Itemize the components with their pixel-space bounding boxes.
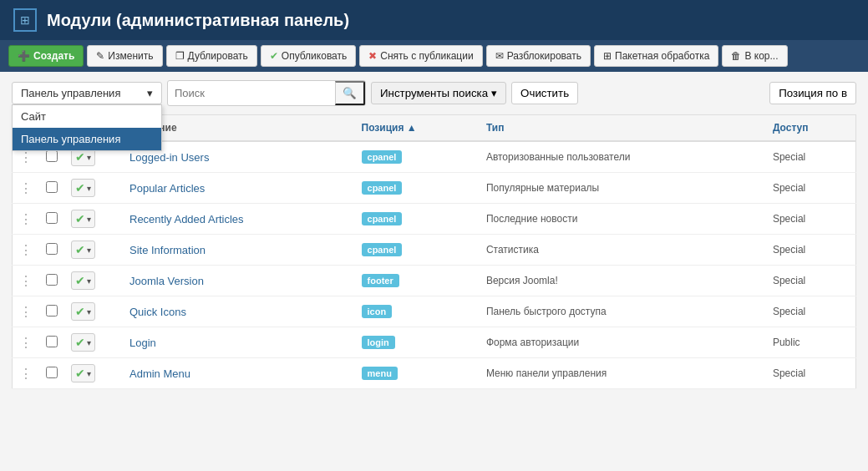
row-checkbox-cell	[39, 327, 64, 358]
status-dropdown-arrow[interactable]: ▾	[87, 215, 91, 224]
row-checkbox[interactable]	[46, 274, 58, 286]
published-icon: ✔	[75, 212, 85, 225]
drag-icon: ⋮	[19, 274, 33, 288]
status-dropdown-arrow[interactable]: ▾	[87, 338, 91, 347]
dropdown-option-cpanel[interactable]: Панель управления	[13, 128, 161, 150]
row-checkbox[interactable]	[46, 243, 58, 255]
drag-handle[interactable]: ⋮	[13, 266, 40, 296]
access-cell: Special	[766, 141, 856, 173]
module-title-link[interactable]: Site Information	[129, 244, 206, 256]
col-access[interactable]: Доступ	[766, 115, 856, 142]
status-button[interactable]: ✔ ▾	[71, 179, 95, 197]
access-cell: Special	[766, 235, 856, 266]
position-cell: cpanel	[355, 204, 480, 235]
page-title: Модули (административная панель)	[47, 11, 349, 30]
status-button[interactable]: ✔ ▾	[71, 210, 95, 228]
unblock-button[interactable]: ✉ Разблокировать	[486, 45, 591, 67]
module-title-link[interactable]: Joomla Version	[129, 275, 204, 287]
dropdown-menu: Сайт Панель управления	[12, 104, 162, 151]
status-button[interactable]: ✔ ▾	[71, 333, 95, 352]
position-badge: icon	[362, 305, 393, 318]
position-badge: cpanel	[362, 212, 403, 225]
status-dropdown-arrow[interactable]: ▾	[87, 184, 91, 193]
search-wrap: 🔍	[167, 80, 366, 106]
status-button[interactable]: ✔ ▾	[71, 241, 95, 259]
drag-icon: ⋮	[19, 150, 33, 165]
status-dropdown-arrow[interactable]: ▾	[87, 369, 91, 378]
access-cell: Special	[766, 173, 856, 204]
position-cell: footer	[355, 266, 480, 296]
create-button[interactable]: ➕ Создать	[8, 45, 84, 67]
row-checkbox[interactable]	[46, 336, 58, 347]
col-type[interactable]: Тип	[480, 115, 766, 142]
search-input[interactable]	[168, 83, 335, 104]
trash-button[interactable]: 🗑 В кор...	[722, 45, 787, 67]
position-cell: cpanel	[355, 141, 480, 173]
row-checkbox[interactable]	[46, 212, 58, 224]
module-title-link[interactable]: Logged-in Users	[129, 151, 209, 164]
search-button[interactable]: 🔍	[335, 81, 365, 105]
type-cell: Форма авторизации	[480, 327, 766, 358]
drag-handle[interactable]: ⋮	[13, 204, 40, 235]
title-cell: Site Information	[123, 235, 355, 266]
row-checkbox[interactable]	[46, 367, 58, 378]
position-cell: login	[355, 327, 480, 358]
status-dropdown-arrow[interactable]: ▾	[87, 276, 91, 286]
col-position[interactable]: Позиция ▲	[355, 115, 480, 142]
drag-icon: ⋮	[19, 212, 33, 226]
drag-handle[interactable]: ⋮	[13, 235, 40, 266]
status-button[interactable]: ✔ ▾	[71, 271, 95, 290]
type-cell: Авторизованные пользователи	[480, 141, 766, 173]
drag-handle[interactable]: ⋮	[13, 173, 40, 204]
status-dropdown-arrow[interactable]: ▾	[87, 153, 91, 162]
access-cell: Special	[766, 296, 856, 327]
title-cell: Quick Icons	[123, 296, 355, 327]
drag-handle[interactable]: ⋮	[13, 327, 40, 358]
filter-bar: Панель управления ▾ Сайт Панель управлен…	[12, 80, 856, 106]
duplicate-icon: ❐	[175, 50, 185, 62]
type-cell: Панель быстрого доступа	[480, 296, 766, 327]
position-cell: cpanel	[355, 235, 480, 266]
content-area: Панель управления ▾ Сайт Панель управлен…	[0, 72, 868, 398]
duplicate-button[interactable]: ❐ Дублировать	[166, 45, 257, 67]
row-checkbox[interactable]	[46, 150, 58, 162]
status-dropdown-arrow[interactable]: ▾	[87, 246, 91, 255]
type-cell: Статистика	[480, 235, 766, 266]
row-checkbox[interactable]	[46, 305, 58, 317]
position-dropdown[interactable]: Панель управления ▾ Сайт Панель управлен…	[12, 82, 162, 104]
status-button[interactable]: ✔ ▾	[71, 302, 95, 321]
publish-button[interactable]: ✔ Опубликовать	[261, 45, 356, 67]
table-row: ⋮ ✔ ▾ Recently Added Articles cpanel Пос…	[13, 204, 856, 235]
module-title-link[interactable]: Login	[129, 337, 156, 349]
module-icon: ⊞	[13, 8, 37, 32]
check-icon: ✔	[270, 50, 278, 62]
row-checkbox-cell	[39, 173, 64, 204]
position-view-button[interactable]: Позиция по в	[769, 82, 856, 104]
search-tools-button[interactable]: Инструменты поиска ▾	[371, 82, 506, 104]
dropdown-option-site[interactable]: Сайт	[13, 105, 161, 128]
edit-button[interactable]: ✎ Изменить	[87, 45, 162, 67]
row-checkbox[interactable]	[46, 181, 58, 193]
clear-button[interactable]: Очистить	[511, 82, 578, 104]
status-cell: ✔ ▾	[64, 173, 123, 204]
dropdown-trigger[interactable]: Панель управления ▾	[12, 82, 162, 104]
drag-icon: ⋮	[19, 305, 33, 319]
module-title-link[interactable]: Popular Articles	[129, 182, 205, 195]
unpublish-button[interactable]: ✖ Снять с публикации	[359, 45, 482, 67]
drag-handle[interactable]: ⋮	[13, 296, 40, 327]
access-cell: Special	[766, 266, 856, 296]
status-button[interactable]: ✔ ▾	[71, 364, 95, 382]
published-icon: ✔	[75, 274, 85, 287]
row-checkbox-cell	[39, 358, 64, 389]
position-cell: cpanel	[355, 173, 480, 204]
status-dropdown-arrow[interactable]: ▾	[87, 307, 91, 317]
module-title-link[interactable]: Quick Icons	[129, 306, 186, 318]
batch-button[interactable]: ⊞ Пакетная обработка	[594, 45, 718, 67]
search-icon: 🔍	[343, 87, 357, 99]
module-title-link[interactable]: Recently Added Articles	[129, 213, 244, 225]
modules-table: Название Позиция ▲ Тип Доступ ⋮ ✔ ▾ Logg…	[12, 114, 856, 389]
module-title-link[interactable]: Admin Menu	[129, 367, 190, 380]
dropdown-selected-label: Панель управления	[21, 87, 120, 99]
drag-icon: ⋮	[19, 181, 33, 195]
drag-handle[interactable]: ⋮	[13, 358, 40, 389]
